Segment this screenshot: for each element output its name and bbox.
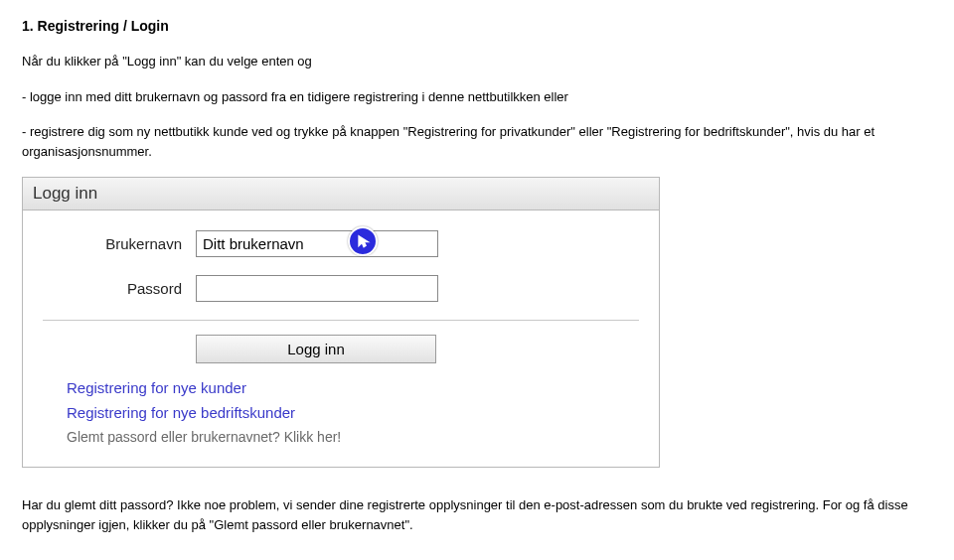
section-heading: 1. Registrering / Login xyxy=(22,18,932,34)
username-input[interactable] xyxy=(196,230,438,257)
password-label: Passord xyxy=(43,280,196,297)
username-row: Brukernavn xyxy=(43,230,639,257)
login-panel: Logg inn Brukernavn Passord Logg inn Reg… xyxy=(22,177,660,468)
intro-text: Når du klikker på "Logg inn" kan du velg… xyxy=(22,52,932,71)
bullet-register: - registrere dig som ny nettbutikk kunde… xyxy=(22,122,932,161)
password-input[interactable] xyxy=(196,275,438,302)
register-private-link[interactable]: Registrering for nye kunder xyxy=(67,379,639,396)
password-row: Passord xyxy=(43,275,639,302)
username-label: Brukernavn xyxy=(43,235,196,252)
cursor-icon xyxy=(348,226,378,256)
login-button[interactable]: Logg inn xyxy=(196,335,436,363)
forgot-password-link[interactable]: Glemt passord eller brukernavnet? Klikk … xyxy=(67,429,639,445)
divider xyxy=(43,320,639,321)
register-business-link[interactable]: Registrering for nye bedriftskunder xyxy=(67,404,639,421)
panel-title: Logg inn xyxy=(23,178,659,210)
outro-text: Har du glemt ditt passord? Ikke noe prob… xyxy=(22,495,932,534)
bullet-login: - logge inn med ditt brukernavn og passo… xyxy=(22,87,932,107)
